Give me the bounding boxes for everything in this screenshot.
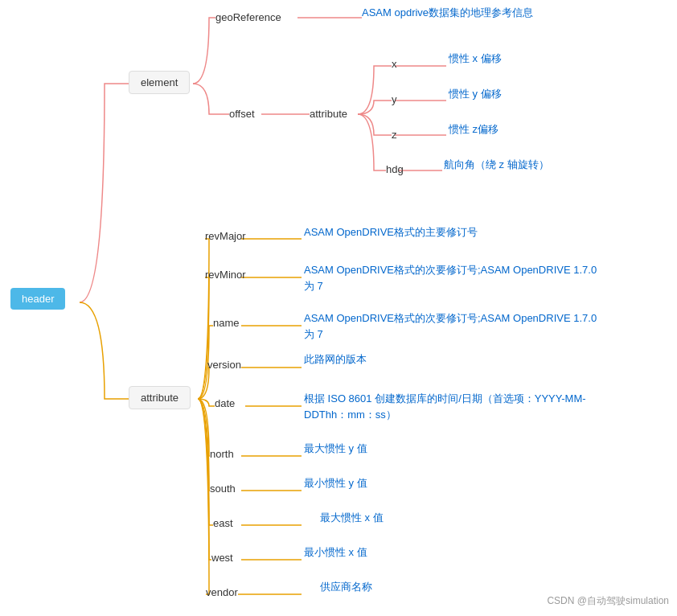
label-vendor: vendor [206,586,238,598]
desc-y: 惯性 y 偏移 [449,87,502,101]
element-node: element [129,71,190,94]
label-revMinor: revMinor [205,269,246,281]
desc-south: 最小惯性 y 值 [304,476,367,491]
attribute-node: attribute [129,386,191,409]
label-offset: offset [229,108,255,120]
desc-z: 惯性 z偏移 [449,122,499,137]
desc-geoReference: ASAM opdrive数据集的地理参考信息 [362,6,533,20]
label-hdg: hdg [386,163,404,175]
label-south: south [210,483,236,495]
header-label: header [22,293,54,305]
attribute-label: attribute [141,392,178,404]
label-date: date [215,397,235,409]
desc-date: 根据 ISO 8601 创建数据库的时间/日期（首选项：YYYY-MM-DDTh… [304,391,586,422]
label-name: name [213,317,240,329]
watermark: CSDN @自动驾驶simulation [547,594,669,608]
desc-hdg: 航向角（绕 z 轴旋转） [444,158,549,172]
label-y: y [392,93,397,105]
desc-revMajor: ASAM OpenDRIVE格式的主要修订号 [304,225,478,240]
header-node: header [10,288,65,310]
diagram-container: header element attribute geoReference of… [0,0,677,616]
desc-version: 此路网的版本 [304,352,367,367]
desc-north: 最大惯性 y 值 [304,441,367,456]
label-geoReference: geoReference [215,11,281,23]
label-version: version [207,359,241,371]
desc-revMinor: ASAM OpenDRIVE格式的次要修订号;ASAM OpenDRIVE 1.… [304,262,597,294]
label-east: east [213,517,233,529]
label-north: north [210,448,234,460]
desc-west: 最小惯性 x 值 [304,545,367,560]
label-west: west [211,552,233,564]
label-x: x [392,58,397,70]
desc-vendor: 供应商名称 [304,580,372,594]
label-revMajor: revMajor [205,230,246,242]
desc-east: 最大惯性 x 值 [304,511,384,525]
label-z: z [392,129,397,141]
element-label: element [141,76,178,88]
desc-x: 惯性 x 偏移 [449,51,502,66]
label-attributeRef: attribute [310,108,347,120]
desc-name: ASAM OpenDRIVE格式的次要修订号;ASAM OpenDRIVE 1.… [304,310,597,342]
